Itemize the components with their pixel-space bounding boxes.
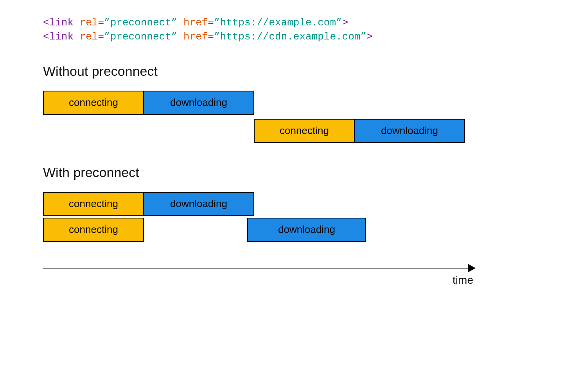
code-bracket: > bbox=[366, 31, 373, 43]
code-attr-name: href bbox=[183, 31, 208, 43]
code-bracket: > bbox=[342, 17, 348, 29]
bar-downloading: downloading bbox=[143, 192, 254, 216]
arrow-right-icon bbox=[468, 264, 476, 272]
code-line-1: <link rel=”preconnect” href=”https://exa… bbox=[43, 16, 539, 30]
section-title-without: Without preconnect bbox=[43, 64, 539, 79]
axis-line bbox=[43, 268, 469, 268]
code-tag: link bbox=[49, 17, 74, 29]
bar-downloading: downloading bbox=[143, 91, 254, 115]
code-tag: link bbox=[49, 31, 74, 43]
bar-connecting: connecting bbox=[43, 91, 144, 115]
code-attr-name: rel bbox=[80, 17, 98, 29]
code-bracket: < bbox=[43, 17, 49, 29]
code-attr-val: https://example.com bbox=[220, 17, 336, 29]
code-attr-val: preconnect bbox=[110, 31, 171, 43]
bar-connecting: connecting bbox=[43, 218, 144, 242]
time-axis: time bbox=[43, 262, 473, 286]
code-attr-name: rel bbox=[80, 31, 98, 43]
axis-label: time bbox=[453, 274, 473, 286]
timeline-with: connecting downloading connecting downlo… bbox=[43, 192, 473, 247]
code-attr-val: preconnect bbox=[110, 17, 171, 29]
bar-downloading: downloading bbox=[354, 119, 465, 143]
code-attr-val: https://cdn.example.com bbox=[220, 31, 361, 43]
bar-connecting: connecting bbox=[254, 119, 355, 143]
bar-downloading: downloading bbox=[247, 218, 366, 242]
code-bracket: < bbox=[43, 31, 49, 43]
code-line-2: <link rel=”preconnect” href=”https://cdn… bbox=[43, 30, 539, 44]
timeline-without: connecting downloading connecting downlo… bbox=[43, 91, 473, 149]
section-title-with: With preconnect bbox=[43, 165, 539, 180]
code-snippet: <link rel=”preconnect” href=”https://exa… bbox=[43, 16, 539, 44]
code-attr-name: href bbox=[183, 17, 208, 29]
bar-connecting: connecting bbox=[43, 192, 144, 216]
